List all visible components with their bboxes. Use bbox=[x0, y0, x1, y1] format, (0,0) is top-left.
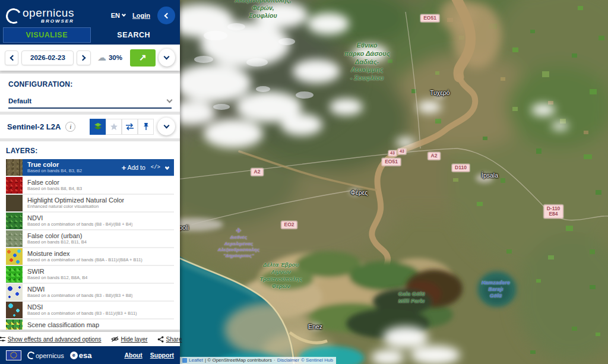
copernicus-browser-app: opernicus BROWSER EN Login VISUALISE bbox=[0, 0, 608, 364]
layer-item-ndvi[interactable]: NDVI Based on a combination of bands (B8… bbox=[6, 213, 174, 229]
layer-thumbnail bbox=[6, 319, 23, 330]
leaflet-icon bbox=[182, 358, 187, 363]
sentinel-hub-link[interactable]: © Sentinel Hub bbox=[301, 357, 333, 363]
add-to-button[interactable]: + Add to bbox=[122, 163, 145, 172]
share-label: Share bbox=[166, 336, 182, 343]
dataset-row: Sentinel-2 L2A i bbox=[0, 115, 180, 138]
esa-disc-icon: e bbox=[70, 352, 78, 359]
tab-search[interactable]: SEARCH bbox=[91, 27, 178, 43]
footer-copernicus-logo: opernicus bbox=[27, 352, 64, 359]
collapse-sidebar-button[interactable] bbox=[157, 7, 175, 24]
layer-thumbnail bbox=[6, 284, 23, 300]
leaflet-link[interactable]: Leaflet bbox=[189, 357, 203, 363]
main-tabs: VISUALISE SEARCH bbox=[0, 27, 180, 45]
layer-thumbnail bbox=[6, 230, 23, 247]
pin-button[interactable] bbox=[138, 119, 154, 135]
plus-icon: + bbox=[122, 163, 126, 172]
hide-layer-link[interactable]: Hide layer bbox=[111, 336, 148, 343]
layer-subtitle: Based on bands B12, B11, B4 bbox=[27, 240, 87, 245]
language-value: EN bbox=[111, 12, 120, 19]
layer-thumbnail bbox=[6, 302, 23, 318]
chevron-down-icon bbox=[163, 123, 169, 129]
visualise-date-button[interactable]: ↗ bbox=[130, 49, 156, 67]
compare-arrows-icon bbox=[125, 123, 134, 131]
share-link[interactable]: Share bbox=[157, 336, 182, 343]
footer-brand-name: opernicus bbox=[36, 352, 64, 359]
map-canvas[interactable]: Αλεξανδρούπολης, Φερών, Σουφλίου Εθνικό … bbox=[180, 0, 608, 364]
chevron-down-icon bbox=[164, 54, 170, 60]
configuration-label: CONFIGURATION: bbox=[8, 80, 172, 88]
share-icon bbox=[157, 336, 164, 343]
chevron-left-icon bbox=[10, 55, 15, 61]
hide-eye-icon bbox=[111, 336, 119, 342]
chevron-down-icon bbox=[167, 97, 173, 103]
configuration-section: CONFIGURATION: Default bbox=[0, 74, 180, 112]
layer-thumbnail bbox=[6, 266, 23, 283]
compare-button[interactable] bbox=[122, 119, 138, 135]
esa-label: esa bbox=[79, 351, 92, 360]
cloud-icon: ☁ bbox=[97, 52, 106, 63]
layer-item-true-color[interactable]: True color Based on bands B4, B3, B2 + A… bbox=[6, 159, 174, 176]
layers-section: LAYERS: True color Based on bands B4, B3… bbox=[0, 141, 180, 330]
favourite-button[interactable] bbox=[106, 119, 122, 135]
layer-thumbnail bbox=[6, 248, 23, 265]
layer-item-swir[interactable]: SWIR Based on bands B12, B8A, B4 bbox=[6, 266, 174, 283]
layer-subtitle: Based on a combination of bands (B3 - B1… bbox=[27, 311, 137, 316]
layer-item-false-color[interactable]: False color Based on bands B8, B4, B3 bbox=[6, 177, 174, 194]
layer-subtitle: Based on bands B12, B8A, B4 bbox=[27, 276, 87, 281]
copernicus-logo: opernicus BROWSER bbox=[6, 7, 74, 24]
show-effects-link[interactable]: Show effects and advanced options bbox=[0, 336, 102, 343]
esa-logo: e esa bbox=[70, 351, 92, 360]
date-picker[interactable]: 2026-02-23 bbox=[21, 50, 74, 65]
sidebar-footer: opernicus e esa About Support bbox=[0, 346, 180, 364]
dataset-name: Sentinel-2 L2A bbox=[7, 122, 61, 131]
next-date-button[interactable] bbox=[77, 50, 90, 65]
app-header: opernicus BROWSER EN Login VISUALISE bbox=[0, 0, 180, 45]
cloud-percentage: 30% bbox=[109, 54, 122, 61]
disclaimer-link[interactable]: Disclaimer bbox=[277, 357, 299, 363]
star-icon bbox=[110, 123, 118, 131]
layer-subtitle: Based on a combination of bands (B3 - B8… bbox=[27, 293, 132, 299]
expand-datebar-button[interactable] bbox=[159, 49, 175, 67]
expand-dataset-button[interactable] bbox=[157, 118, 175, 135]
layer-actions-bar: Show effects and advanced options Hide l… bbox=[0, 332, 180, 346]
show-effects-label: Show effects and advanced options bbox=[8, 336, 102, 343]
layer-item-ndsi[interactable]: NDSI Based on a combination of bands (B3… bbox=[6, 302, 174, 318]
chevron-down-icon bbox=[122, 12, 126, 17]
collapse-layer-button[interactable] bbox=[166, 167, 169, 168]
map-attribution: Leaflet | © OpenStreetMap contributors ·… bbox=[180, 357, 336, 364]
copernicus-crescent-icon bbox=[27, 350, 36, 360]
eu-flag-icon bbox=[6, 350, 21, 360]
support-link[interactable]: Support bbox=[150, 352, 174, 359]
layers-heading: LAYERS: bbox=[6, 147, 174, 155]
layer-subtitle: Based on a combination of bands (B8A - B… bbox=[27, 258, 142, 263]
chevron-left-icon bbox=[164, 12, 170, 18]
layers-toggle-button[interactable] bbox=[90, 119, 106, 135]
login-link[interactable]: Login bbox=[132, 12, 150, 19]
layer-item-false-color-urban[interactable]: False color (urban) Based on bands B12, … bbox=[6, 230, 174, 247]
layer-subtitle: Based on a combination of bands (B8 - B4… bbox=[27, 222, 132, 227]
brand-subtitle: BROWSER bbox=[23, 19, 74, 24]
copernicus-crescent-icon bbox=[4, 7, 23, 26]
layer-subtitle: Classification of Sentinel-2 data as res… bbox=[27, 329, 174, 330]
prev-date-button[interactable] bbox=[5, 50, 18, 65]
configuration-value: Default bbox=[8, 97, 31, 105]
custom-script-button[interactable]: </> bbox=[151, 164, 160, 170]
configuration-select[interactable]: Default bbox=[8, 97, 172, 109]
layer-item-ndwi[interactable]: NDWI Based on a combination of bands (B3… bbox=[6, 284, 174, 300]
sliders-icon bbox=[0, 336, 5, 342]
tab-visualise[interactable]: VISUALISE bbox=[3, 27, 91, 43]
layer-item-moisture-index[interactable]: Moisture index Based on a combination of… bbox=[6, 248, 174, 265]
about-link[interactable]: About bbox=[124, 352, 142, 359]
layer-item-scene-classification[interactable]: Scene classification map Classification … bbox=[6, 319, 174, 330]
layer-subtitle: Enhanced natural color visualisation bbox=[27, 204, 124, 210]
pin-icon bbox=[142, 122, 150, 131]
layer-thumbnail bbox=[6, 159, 23, 176]
date-bar: 2026-02-23 ☁ 30% ↗ bbox=[0, 45, 180, 71]
language-selector[interactable]: EN bbox=[111, 12, 125, 19]
dataset-info-button[interactable]: i bbox=[65, 122, 75, 132]
cloud-coverage-filter[interactable]: ☁ 30% bbox=[97, 52, 122, 63]
osm-attribution: | © OpenStreetMap contributors bbox=[205, 357, 272, 363]
hide-layer-label: Hide layer bbox=[121, 336, 148, 343]
layer-item-highlight-optimized[interactable]: Highlight Optimized Natural Color Enhanc… bbox=[6, 195, 174, 211]
